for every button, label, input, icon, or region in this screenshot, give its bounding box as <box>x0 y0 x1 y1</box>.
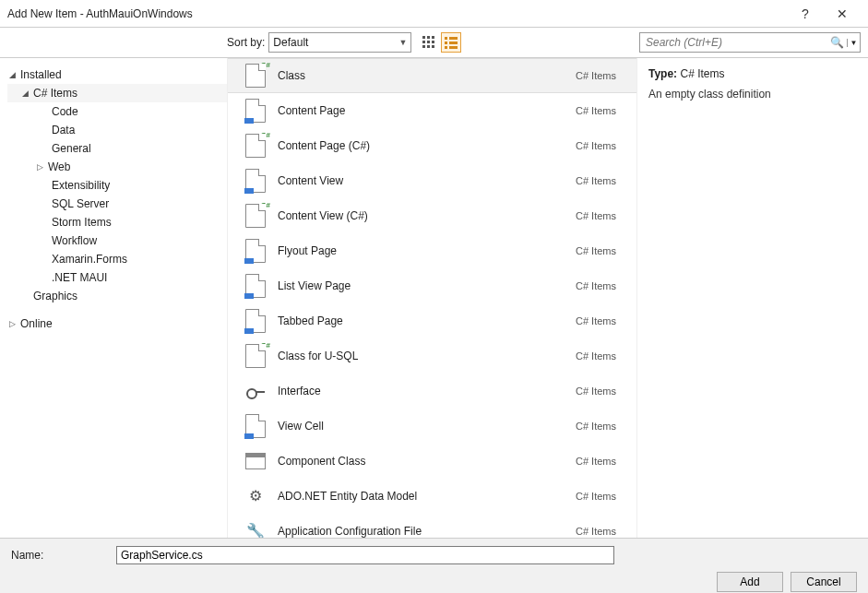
tree-web[interactable]: ▷Web <box>7 158 227 176</box>
toolbar: Sort by: Default ▼ 🔍 ▼ <box>0 28 868 57</box>
titlebar: Add New Item - AuthMauiOnWindows ? ✕ <box>0 0 868 28</box>
tree-root-online[interactable]: ▷ Online <box>7 314 227 333</box>
tree-csharp-items[interactable]: ◢ C# Items <box>7 84 227 102</box>
caret-right-icon: ▷ <box>9 319 20 328</box>
template-name: Content Page (C#) <box>272 139 576 152</box>
template-tag: C# Items <box>576 385 625 397</box>
svg-rect-6 <box>422 45 425 48</box>
template-name: Content Page <box>272 104 576 117</box>
category-tree: ◢ Installed ◢ C# Items Code Data General… <box>0 58 227 538</box>
template-name: Content View <box>272 174 576 187</box>
tree-graphics[interactable]: Graphics <box>7 287 227 305</box>
template-item[interactable]: ⚙ADO.NET Entity Data ModelC# Items <box>228 479 636 514</box>
template-item[interactable]: Content PageC# Items <box>228 93 636 128</box>
svg-rect-2 <box>432 36 434 39</box>
tree-code[interactable]: Code <box>7 102 227 121</box>
grid-icon <box>422 36 435 49</box>
template-tag: C# Items <box>576 421 625 432</box>
template-item[interactable]: C#Content Page (C#)C# Items <box>228 128 636 163</box>
svg-rect-1 <box>427 36 430 39</box>
template-item[interactable]: C#Content View (C#)C# Items <box>228 198 636 233</box>
template-name: Content View (C#) <box>272 209 576 222</box>
file-icon <box>239 414 272 438</box>
window-title: Add New Item - AuthMauiOnWindows <box>7 7 787 20</box>
template-tag: C# Items <box>576 175 625 186</box>
tree-label: C# Items <box>33 87 77 100</box>
template-tag: C# Items <box>576 491 625 502</box>
footer: Name: Add Cancel <box>0 538 868 593</box>
tree-xamarin-forms[interactable]: Xamarin.Forms <box>7 250 227 268</box>
description: An empty class definition <box>648 88 857 101</box>
tree-extensibility[interactable]: Extensibility <box>7 176 227 195</box>
list-view-button[interactable] <box>441 32 461 53</box>
svg-rect-14 <box>449 46 458 49</box>
add-button[interactable]: Add <box>717 572 783 592</box>
close-button[interactable]: ✕ <box>824 6 861 21</box>
file-icon <box>239 99 272 123</box>
type-value: C# Items <box>680 67 724 80</box>
file-icon <box>239 239 272 263</box>
template-item[interactable]: View CellC# Items <box>228 409 636 444</box>
template-tag: C# Items <box>576 350 625 362</box>
file-icon: C# <box>239 344 272 368</box>
tree-label: General <box>52 142 91 155</box>
template-item[interactable]: C#Class for U-SQLC# Items <box>228 338 636 374</box>
tree-sql-server[interactable]: SQL Server <box>7 195 227 213</box>
template-item[interactable]: 🔧Application Configuration FileC# Items <box>228 514 636 538</box>
template-item[interactable]: C#ClassC# Items <box>228 58 636 93</box>
tree-label: Storm Items <box>52 216 112 229</box>
file-icon: C# <box>239 134 272 158</box>
name-input[interactable] <box>116 546 614 564</box>
template-item[interactable]: List View PageC# Items <box>228 268 636 303</box>
tree-general[interactable]: General <box>7 139 227 158</box>
file-icon <box>239 309 272 333</box>
tree-label: Graphics <box>33 290 77 302</box>
chevron-down-icon: ▼ <box>398 38 407 47</box>
tree-label: .NET MAUI <box>52 271 107 284</box>
type-label: Type: <box>648 67 677 80</box>
cancel-button[interactable]: Cancel <box>791 572 857 592</box>
tree-label: Online <box>20 317 53 330</box>
svg-rect-13 <box>445 46 447 49</box>
list-icon <box>445 36 458 49</box>
tree-workflow[interactable]: Workflow <box>7 231 227 250</box>
svg-rect-4 <box>427 41 430 43</box>
tree-data[interactable]: Data <box>7 121 227 139</box>
sort-dropdown[interactable]: Default ▼ <box>268 32 411 53</box>
file-icon: C# <box>239 204 272 228</box>
template-item[interactable]: Content ViewC# Items <box>228 163 636 198</box>
tree-root-installed[interactable]: ◢ Installed <box>7 65 227 84</box>
search-input[interactable] <box>640 36 826 49</box>
tree-label: Data <box>52 124 75 136</box>
tree-label: Extensibility <box>52 179 110 192</box>
template-name: Class for U-SQL <box>272 350 576 362</box>
tree-label: SQL Server <box>52 197 109 210</box>
template-name: ADO.NET Entity Data Model <box>272 490 576 503</box>
help-button[interactable]: ? <box>787 6 824 21</box>
search-icon[interactable]: 🔍 <box>826 36 847 49</box>
template-list[interactable]: C#ClassC# ItemsContent PageC# ItemsC#Con… <box>227 58 637 538</box>
template-item[interactable]: Tabbed PageC# Items <box>228 303 636 338</box>
template-tag: C# Items <box>576 315 625 326</box>
svg-rect-3 <box>422 41 425 43</box>
search-box[interactable]: 🔍 ▼ <box>639 32 861 53</box>
template-item[interactable]: Component ClassC# Items <box>228 444 636 479</box>
template-name: Tabbed Page <box>272 314 576 327</box>
search-dropdown-icon[interactable]: ▼ <box>847 39 860 47</box>
template-tag: C# Items <box>576 456 625 467</box>
name-label: Name: <box>11 549 116 562</box>
grid-view-button[interactable] <box>419 32 439 53</box>
file-icon <box>239 169 272 193</box>
template-tag: C# Items <box>576 210 625 221</box>
template-tag: C# Items <box>576 70 625 81</box>
tree-label: Code <box>52 105 78 118</box>
template-item[interactable]: Flyout PageC# Items <box>228 233 636 268</box>
template-tag: C# Items <box>576 280 625 291</box>
tree-storm-items[interactable]: Storm Items <box>7 213 227 231</box>
sort-label: Sort by: <box>227 36 265 49</box>
file-icon <box>239 386 272 396</box>
svg-rect-8 <box>432 45 434 48</box>
tree-net-maui[interactable]: .NET MAUI <box>7 268 227 287</box>
svg-rect-7 <box>427 45 430 48</box>
template-item[interactable]: InterfaceC# Items <box>228 374 636 409</box>
